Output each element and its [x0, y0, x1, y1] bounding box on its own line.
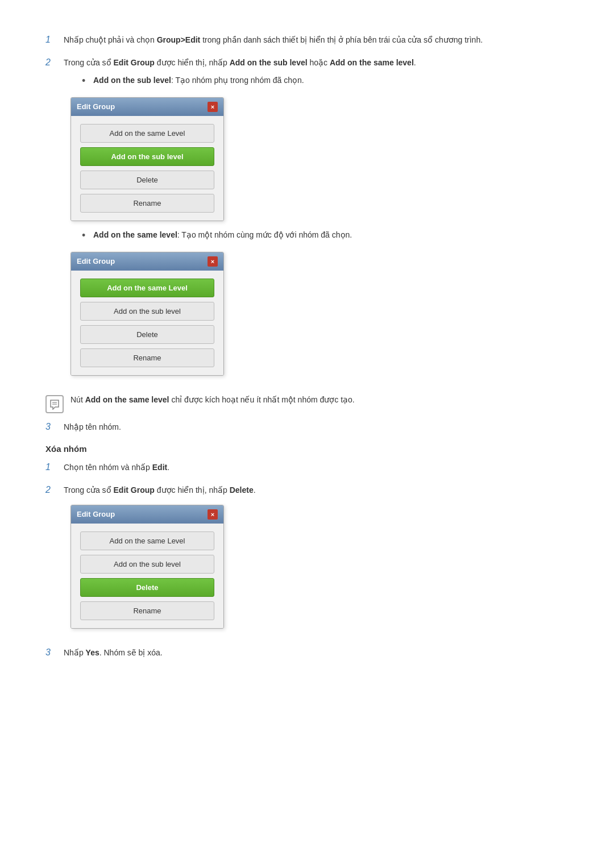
bullet2-desc: : Tạo một nhóm cùng mức độ với nhóm đã c…	[177, 230, 352, 239]
dialog-title-3: Edit Group	[77, 509, 115, 520]
step2-text-or: hoặc	[308, 58, 330, 67]
delete-step-content-2: Trong cửa sổ Edit Group được hiển thị, n…	[64, 484, 569, 637]
step-content-1: Nhấp chuột phải và chọn Group>Edit trong…	[64, 34, 569, 47]
bullet1-desc: : Tạo nhóm phụ trong nhóm đã chọn.	[171, 76, 304, 85]
delete-step-number-1: 1	[45, 462, 64, 472]
delete-step1-bold: Edit	[152, 463, 167, 472]
note-icon	[45, 395, 64, 413]
bullet-text-2: Add on the same level: Tạo một nhóm cùng…	[93, 229, 352, 241]
dialog-title-1: Edit Group	[77, 101, 115, 113]
dialog-btn3-3[interactable]: Delete	[80, 578, 214, 597]
section-delete-heading: Xóa nhóm	[45, 444, 569, 454]
dialog-btn3-1[interactable]: Delete	[80, 171, 214, 189]
bullet2-label: Add on the same level	[93, 230, 177, 239]
bullet-item-1: • Add on the sub level: Tạo nhóm phụ tro…	[82, 74, 569, 89]
dialog-close-3[interactable]: ×	[208, 509, 218, 520]
steps-section-1: 1 Nhấp chuột phải và chọn Group>Edit tro…	[45, 34, 569, 384]
note-box: Nút Add on the same level chỉ được kích …	[45, 394, 569, 413]
dialog-body-3: Add on the same Level Add on the sub lev…	[71, 524, 223, 628]
delete-step3-text-end: . Nhóm sẽ bị xóa.	[99, 648, 163, 657]
note-text-before: Nút	[70, 395, 85, 404]
dialog-wrapper-2: Edit Group × Add on the same Level Add o…	[70, 252, 569, 376]
dialog-btn2-2[interactable]: Add on the sub level	[80, 302, 214, 321]
bullet-dot-1: •	[82, 73, 93, 89]
dialog-wrapper-1: Edit Group × Add on the same Level Add o…	[70, 97, 569, 221]
delete-step-content-1: Chọn tên nhóm và nhấp Edit.	[64, 462, 569, 474]
delete-step3-text-before: Nhấp	[64, 648, 86, 657]
dialog-close-2[interactable]: ×	[208, 256, 218, 267]
step1-text-before: Nhấp chuột phải và chọn	[64, 35, 157, 44]
delete-step-number-2: 2	[45, 484, 64, 495]
delete-step2-text-end: .	[254, 485, 256, 495]
bullet-item-2: • Add on the same level: Tạo một nhóm cù…	[82, 229, 569, 244]
step1-text-after: trong phần danh sách thiết bị hiển thị ở…	[200, 35, 483, 44]
delete-step-number-3: 3	[45, 647, 64, 658]
delete-step3-bold: Yes	[86, 648, 99, 657]
step2-text-mid: được hiển thị, nhấp	[155, 58, 230, 67]
steps-section-1b: 3 Nhập tên nhóm.	[45, 421, 569, 434]
delete-step2-bold2: Delete	[230, 485, 254, 495]
step-number-1: 1	[45, 34, 64, 45]
dialog-btn2-1[interactable]: Add on the sub level	[80, 147, 214, 166]
bullet-list-2: • Add on the same level: Tạo một nhóm cù…	[82, 229, 569, 244]
step-item-1: 1 Nhấp chuột phải và chọn Group>Edit tro…	[45, 34, 569, 47]
step1-bold1: Group>Edit	[157, 35, 201, 44]
dialog-btn2-3[interactable]: Add on the sub level	[80, 555, 214, 574]
delete-step2-text-mid: được hiển thị, nhấp	[155, 485, 230, 495]
dialog-box-3: Edit Group × Add on the same Level Add o…	[70, 505, 224, 629]
bullet-list-1: • Add on the sub level: Tạo nhóm phụ tro…	[82, 74, 569, 89]
step-content-3: Nhập tên nhóm.	[64, 421, 569, 434]
note-text: Nút Add on the same level chỉ được kích …	[70, 394, 355, 406]
dialog-box-1: Edit Group × Add on the same Level Add o…	[70, 97, 224, 221]
delete-step2-text-before: Trong cửa sổ	[64, 485, 114, 495]
dialog-btn4-2[interactable]: Rename	[80, 348, 214, 367]
steps-section-delete: 1 Chọn tên nhóm và nhấp Edit. 2 Trong cử…	[45, 462, 569, 659]
dialog-btn4-3[interactable]: Rename	[80, 601, 214, 620]
step2-text-end: .	[414, 58, 416, 67]
dialog-titlebar-1: Edit Group ×	[71, 98, 223, 116]
step2-text-before: Trong cửa sổ	[64, 58, 114, 67]
step-item-2: 2 Trong cửa sổ Edit Group được hiển thị,…	[45, 57, 569, 384]
delete-step1-text-before: Chọn tên nhóm và nhấp	[64, 463, 152, 472]
bullet-dot-2: •	[82, 228, 93, 244]
delete-step-content-3: Nhấp Yes. Nhóm sẽ bị xóa.	[64, 647, 569, 659]
delete-step-item-3: 3 Nhấp Yes. Nhóm sẽ bị xóa.	[45, 647, 569, 659]
delete-step2-bold1: Edit Group	[114, 485, 155, 495]
dialog-btn4-1[interactable]: Rename	[80, 194, 214, 213]
dialog-title-2: Edit Group	[77, 256, 115, 267]
dialog-close-1[interactable]: ×	[208, 102, 218, 112]
step3-text: Nhập tên nhóm.	[64, 422, 121, 431]
step-content-2: Trong cửa sổ Edit Group được hiển thị, n…	[64, 57, 569, 384]
delete-step-item-2: 2 Trong cửa sổ Edit Group được hiển thị,…	[45, 484, 569, 637]
note-bold: Add on the same level	[85, 395, 169, 404]
delete-step-item-1: 1 Chọn tên nhóm và nhấp Edit.	[45, 462, 569, 474]
step-number-2: 2	[45, 57, 64, 68]
step2-bold3: Add on the same level	[330, 58, 414, 67]
delete-step1-text-end: .	[167, 463, 169, 472]
step2-bold2: Add on the sub level	[230, 58, 308, 67]
dialog-titlebar-2: Edit Group ×	[71, 252, 223, 271]
dialog-body-1: Add on the same Level Add on the sub lev…	[71, 116, 223, 221]
note-text-after: chỉ được kích hoạt nếu ít nhất một nhóm …	[169, 395, 355, 404]
dialog-btn1-2[interactable]: Add on the same Level	[80, 279, 214, 297]
step2-bold1: Edit Group	[114, 58, 155, 67]
dialog-wrapper-3: Edit Group × Add on the same Level Add o…	[70, 505, 569, 629]
dialog-btn3-2[interactable]: Delete	[80, 325, 214, 344]
bullet1-label: Add on the sub level	[93, 76, 171, 85]
dialog-box-2: Edit Group × Add on the same Level Add o…	[70, 252, 224, 376]
bullet-text-1: Add on the sub level: Tạo nhóm phụ trong…	[93, 74, 304, 86]
dialog-titlebar-3: Edit Group ×	[71, 505, 223, 524]
dialog-btn1-3[interactable]: Add on the same Level	[80, 531, 214, 550]
dialog-body-2: Add on the same Level Add on the sub lev…	[71, 271, 223, 375]
step-number-3: 3	[45, 421, 64, 432]
dialog-btn1-1[interactable]: Add on the same Level	[80, 124, 214, 143]
step-item-3: 3 Nhập tên nhóm.	[45, 421, 569, 434]
